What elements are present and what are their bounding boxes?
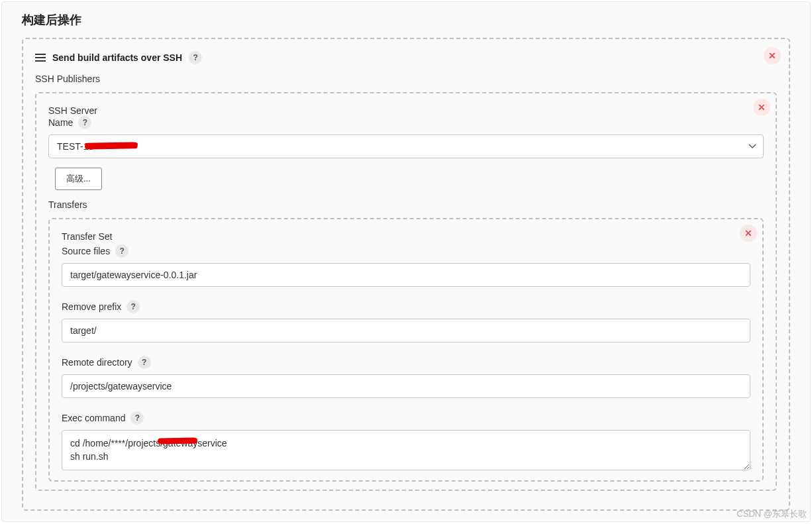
transfer-set-label: Transfer Set — [62, 231, 750, 242]
ssh-server-select[interactable]: TEST-10 — [48, 134, 764, 158]
close-ssh-panel-button[interactable]: ✕ — [764, 47, 781, 64]
ssh-server-label: SSH Server — [48, 105, 764, 116]
remote-dir-input[interactable] — [62, 374, 750, 398]
close-server-button[interactable]: ✕ — [753, 99, 770, 116]
ssh-server-panel: ✕ SSH Server Name ? TEST-10 高级... Transf… — [35, 92, 777, 491]
ssh-name-label: Name — [48, 117, 73, 128]
ssh-publishers-label: SSH Publishers — [35, 74, 777, 84]
exec-command-help-icon[interactable]: ? — [130, 411, 144, 425]
section-title: 构建后操作 — [22, 2, 790, 38]
drag-handle-icon[interactable] — [35, 54, 46, 62]
source-files-help-icon[interactable]: ? — [115, 244, 128, 258]
source-files-label: Source files — [62, 246, 110, 256]
remote-dir-help-icon[interactable]: ? — [138, 356, 151, 369]
ssh-panel: ✕ Send build artifacts over SSH ? SSH Pu… — [22, 38, 790, 511]
source-files-input[interactable] — [62, 263, 750, 287]
advanced-button[interactable]: 高级... — [55, 168, 102, 190]
panel-title: Send build artifacts over SSH — [52, 52, 182, 63]
transfers-label: Transfers — [48, 199, 764, 210]
exec-command-textarea[interactable] — [62, 430, 750, 470]
remove-prefix-help-icon[interactable]: ? — [127, 300, 140, 313]
panel-help-icon[interactable]: ? — [189, 51, 202, 64]
close-transfer-button[interactable]: ✕ — [740, 225, 757, 242]
remove-prefix-label: Remove prefix — [62, 301, 121, 312]
remote-dir-label: Remote directory — [62, 357, 132, 368]
exec-command-label: Exec command — [62, 413, 125, 423]
ssh-name-help-icon[interactable]: ? — [78, 116, 91, 129]
transfer-set-panel: ✕ Transfer Set Source files ? Remove pre… — [48, 218, 764, 482]
remove-prefix-input[interactable] — [62, 319, 750, 342]
